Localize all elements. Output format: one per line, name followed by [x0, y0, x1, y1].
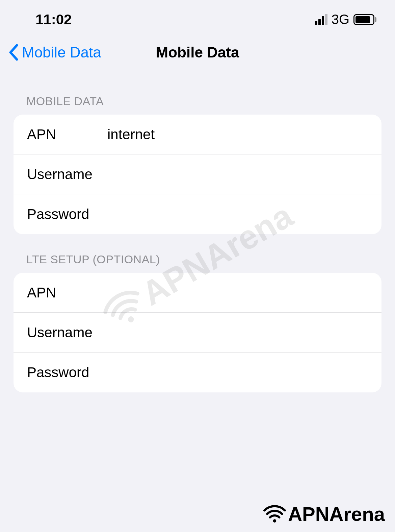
watermark-bottom: APNArena — [262, 503, 385, 525]
lte-apn-input[interactable] — [107, 285, 368, 301]
navigation-bar: Mobile Data Mobile Data — [0, 35, 395, 76]
lte-apn-row[interactable]: APN — [14, 273, 381, 313]
apn-row[interactable]: APN — [14, 115, 381, 154]
username-input[interactable] — [107, 166, 368, 183]
lte-apn-label: APN — [27, 285, 107, 301]
status-bar: 11:02 3G — [0, 0, 395, 35]
apn-input[interactable] — [107, 126, 368, 143]
status-time: 11:02 — [35, 11, 72, 28]
signal-icon — [315, 14, 327, 25]
lte-setup-group: APN Username Password — [14, 273, 381, 392]
password-input[interactable] — [107, 206, 368, 222]
battery-icon — [353, 14, 376, 25]
lte-username-input[interactable] — [107, 324, 368, 341]
username-row[interactable]: Username — [14, 154, 381, 194]
section-header-lte-setup: LTE SETUP (OPTIONAL) — [0, 234, 395, 273]
section-header-mobile-data: MOBILE DATA — [0, 76, 395, 115]
wifi-icon — [262, 505, 287, 523]
page-title: Mobile Data — [156, 44, 239, 61]
back-button[interactable]: Mobile Data — [8, 44, 101, 61]
mobile-data-group: APN Username Password — [14, 115, 381, 234]
network-type: 3G — [332, 12, 349, 27]
back-label: Mobile Data — [22, 44, 101, 61]
lte-password-input[interactable] — [107, 364, 368, 381]
lte-password-row[interactable]: Password — [14, 353, 381, 392]
lte-username-row[interactable]: Username — [14, 313, 381, 353]
lte-username-label: Username — [27, 324, 107, 341]
svg-point-1 — [273, 519, 276, 523]
password-row[interactable]: Password — [14, 194, 381, 234]
password-label: Password — [27, 206, 107, 222]
lte-password-label: Password — [27, 364, 107, 381]
status-indicators: 3G — [315, 12, 376, 27]
username-label: Username — [27, 166, 107, 183]
chevron-left-icon — [8, 44, 19, 61]
apn-label: APN — [27, 126, 107, 143]
watermark-text: APNArena — [288, 503, 385, 525]
